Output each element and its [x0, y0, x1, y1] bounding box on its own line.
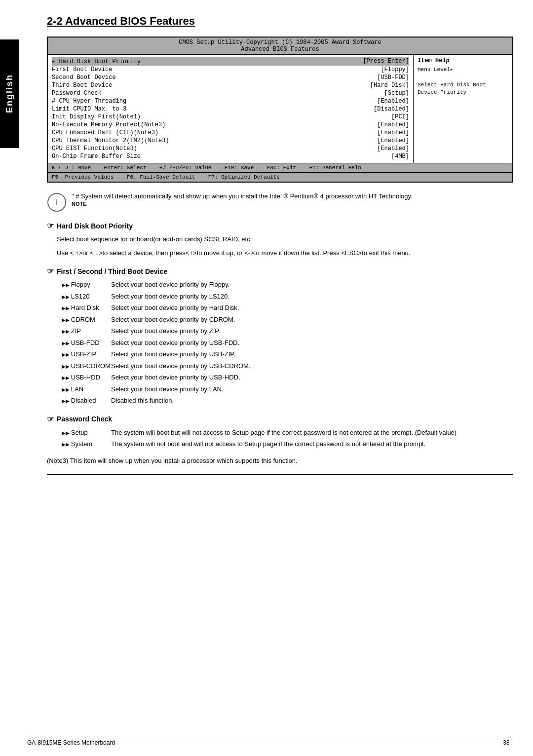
note-label: NOTE [72, 201, 87, 207]
list-item: Hard DiskSelect your boot device priorit… [62, 303, 513, 313]
item-label: Disabled [62, 396, 111, 406]
bios-row-label: Limit CPUID Max. to 3 [52, 106, 374, 113]
section-desc: Use < ↑>or < ↓>to select a device, then … [57, 248, 513, 258]
bios-row: Limit CPUID Max. to 3[Disabled] [52, 105, 409, 113]
bios-menu-level: Menu Level▸ [418, 66, 508, 74]
list-item: SystemThe system will not boot and will … [62, 439, 513, 449]
list-item: USB-HDDSelect your boot device priority … [62, 373, 513, 382]
item-desc: Disabled this function. [111, 396, 513, 406]
bios-help-line2: Device Priority [418, 89, 508, 96]
bios-row-label: CPU Enhanced Halt (C1E)(Note3) [52, 129, 377, 136]
bios-row-label: First Boot Device [52, 66, 381, 73]
section-first-second-third-boot-device: First / Second / Third Boot DeviceFloppy… [47, 266, 513, 406]
bios-row-value: [Enabled] [377, 98, 409, 105]
bios-row: ▸ Hard Disk Boot Priority[Press Enter] [52, 57, 409, 66]
bios-header: CMOS Setup Utility-Copyright (C) 1984-20… [48, 38, 512, 55]
section-password-check: Password CheckSetupThe system will boot … [47, 415, 513, 449]
bios-row: # CPU Hyper-Threading[Enabled] [52, 97, 409, 105]
item-desc: The system will not boot and will not ac… [111, 439, 513, 449]
item-desc: Select your boot device priority by USB-… [111, 373, 513, 382]
bios-row-value: [PCI] [391, 113, 409, 120]
list-item: FloppySelect your boot device priority b… [62, 280, 513, 290]
item-label: Setup [62, 428, 111, 438]
side-tab-label: English [4, 74, 15, 113]
bios-row-label: Third Boot Device [52, 82, 370, 89]
bios-row-value: [Hard Disk] [370, 82, 409, 89]
item-desc: Select your boot device priority by LAN. [111, 384, 513, 394]
bios-header-line1: CMOS Setup Utility-Copyright (C) 1984-20… [48, 39, 512, 46]
bios-row-label: CPU Thermal Monitor 2(TM2)(Note3) [52, 137, 377, 144]
bios-row-value: [Enabled] [377, 145, 409, 152]
bios-header-line2: Advanced BIOS Features [48, 46, 512, 53]
bios-help-line1: Select Hard Disk Boot [418, 81, 508, 89]
bios-row-label: No-Execute Memory Protect(Note3) [52, 121, 377, 128]
bios-body: ▸ Hard Disk Boot Priority[Press Enter] F… [48, 55, 512, 163]
item-desc: Select your boot device priority by ZIP. [111, 326, 513, 336]
bios-row-value: [Enabled] [377, 129, 409, 136]
item-desc: Select your boot device priority by Flop… [111, 280, 513, 290]
item-label: USB-HDD [62, 373, 111, 382]
bios-row: First Boot Device[Floppy] [52, 66, 409, 74]
list-item: CDROMSelect your boot device priority by… [62, 315, 513, 325]
item-label: ZIP [62, 326, 111, 336]
footer-divider [47, 474, 513, 475]
bios-main-panel: ▸ Hard Disk Boot Priority[Press Enter] F… [48, 55, 414, 163]
item-label: CDROM [62, 315, 111, 325]
list-item: ZIPSelect your boot device priority by Z… [62, 326, 513, 336]
item-label: LS120 [62, 292, 111, 302]
bios-row-value: [USB-FDD] [377, 74, 409, 81]
bios-row-label: Init Display First(Note1) [52, 113, 391, 120]
main-content: 2-2 Advanced BIOS Features CMOS Setup Ut… [27, 0, 533, 492]
section-heading-hard-disk-boot-priority: Hard Disk Boot Priority [47, 221, 513, 230]
bios-footer2: F5: Previous Values F6: Fail-Save Defaul… [48, 172, 512, 182]
bios-help-panel: Item Help Menu Level▸ Select Hard Disk B… [414, 55, 512, 163]
bios-row: On-Chip Frame Buffer Size[4MB] [52, 152, 409, 160]
bios-row-label: Second Boot Device [52, 74, 377, 81]
bios-row: Third Boot Device[Hard Disk] [52, 81, 409, 89]
bios-row: Password Check[Setup] [52, 89, 409, 97]
sections-container: Hard Disk Boot PrioritySelect boot seque… [47, 221, 513, 449]
item-desc: Select your boot device priority by CDRO… [111, 315, 513, 325]
footer-right: - 38 - [499, 739, 513, 746]
list-item: USB-ZIPSelect your boot device priority … [62, 349, 513, 359]
bios-row: Init Display First(Note1)[PCI] [52, 113, 409, 121]
bios-help-title: Item Help [418, 57, 508, 64]
bios-row-label: On-Chip Frame Buffer Size [52, 153, 391, 160]
svg-text:i: i [56, 197, 58, 207]
list-item: LS120Select your boot device priority by… [62, 292, 513, 302]
note-section: i " # System will detect automatically a… [47, 192, 513, 212]
item-desc: Select your boot device priority by USB-… [111, 349, 513, 359]
list-item: LANSelect your boot device priority by L… [62, 384, 513, 394]
bios-row-value: [Floppy] [381, 66, 409, 73]
item-desc: Select your boot device priority by Hard… [111, 303, 513, 313]
note-icon: i [47, 192, 67, 212]
list-item: USB-FDDSelect your boot device priority … [62, 338, 513, 348]
section-heading-password-check: Password Check [47, 415, 513, 424]
bios-row-label: # CPU Hyper-Threading [52, 98, 377, 105]
item-list-password-check: SetupThe system will boot but will not a… [62, 428, 513, 449]
bios-row-value: [Press Enter] [363, 58, 409, 65]
bios-row: CPU Enhanced Halt (C1E)(Note3)[Enabled] [52, 129, 409, 137]
item-list-first-second-third-boot-device: FloppySelect your boot device priority b… [62, 280, 513, 406]
bios-row: No-Execute Memory Protect(Note3)[Enabled… [52, 121, 409, 129]
bios-row-label: Password Check [52, 90, 384, 97]
bios-row: Second Boot Device[USB-FDD] [52, 74, 409, 81]
footnote: (Note3) This item will show up when you … [47, 457, 513, 464]
list-item: USB-CDROMSelect your boot device priorit… [62, 361, 513, 371]
section-hard-disk-boot-priority: Hard Disk Boot PrioritySelect boot seque… [47, 221, 513, 258]
bios-row-value: [4MB] [391, 153, 409, 160]
note-content: " # System will detect automatically and… [72, 192, 413, 200]
bios-row-value: [Setup] [384, 90, 409, 97]
item-label: Hard Disk [62, 303, 111, 313]
item-label: USB-CDROM [62, 361, 111, 371]
page-footer: GA-8I915ME Series Motherboard - 38 - [27, 736, 513, 746]
bios-row: CPU Thermal Monitor 2(TM2)(Note3)[Enable… [52, 137, 409, 145]
note-text: " # System will detect automatically and… [72, 192, 413, 207]
bios-row: CPU EIST Function(Note3)[Enabled] [52, 145, 409, 152]
item-label: USB-ZIP [62, 349, 111, 359]
item-desc: The system will boot but will not access… [111, 428, 513, 438]
footer-left: GA-8I915ME Series Motherboard [27, 739, 115, 746]
bios-row-value: [Enabled] [377, 137, 409, 144]
item-desc: Select your boot device priority by USB-… [111, 338, 513, 348]
list-item: DisabledDisabled this function. [62, 396, 513, 406]
